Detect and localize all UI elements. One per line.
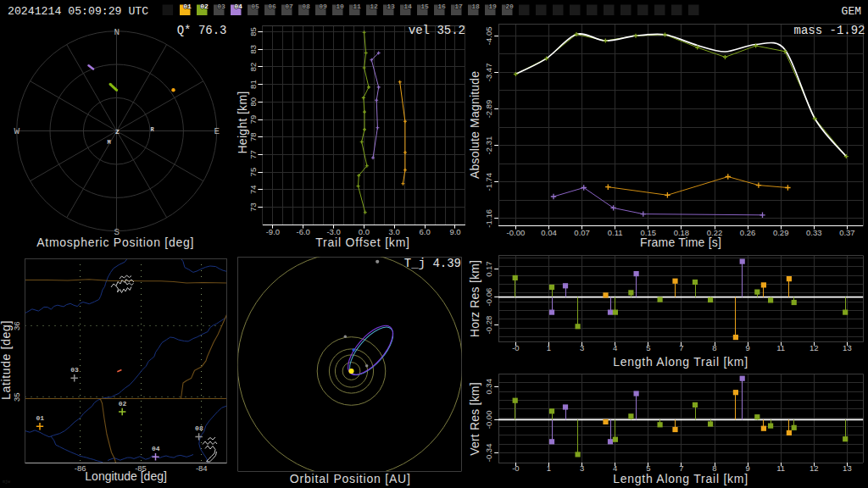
- svg-text:35: 35: [12, 393, 21, 402]
- svg-text:3: 3: [580, 343, 584, 352]
- svg-text:80: 80: [248, 97, 258, 107]
- svg-text:-2.89: -2.89: [484, 100, 493, 119]
- svg-text:0.04: 0.04: [541, 228, 557, 237]
- svg-text:-0.34: -0.34: [484, 444, 493, 463]
- svg-text:GEM: GEM: [842, 5, 861, 18]
- svg-text:1: 1: [547, 343, 551, 352]
- svg-text:Length Along Trail [km]: Length Along Trail [km]: [613, 355, 748, 369]
- svg-text:09: 09: [319, 3, 327, 10]
- svg-text:0.34: 0.34: [484, 379, 493, 395]
- svg-text:03: 03: [70, 366, 79, 374]
- svg-text:20: 20: [505, 3, 514, 10]
- svg-text:0.11: 0.11: [608, 228, 623, 237]
- svg-text:0.29: 0.29: [773, 228, 789, 237]
- svg-text:19: 19: [488, 3, 497, 10]
- svg-text:85: 85: [248, 27, 258, 36]
- svg-text:7: 7: [679, 343, 683, 352]
- svg-text:mjw: mjw: [3, 480, 10, 485]
- svg-text:Orbital Position [AU]: Orbital Position [AU]: [290, 472, 411, 485]
- svg-text:0.07: 0.07: [574, 228, 590, 237]
- svg-text:02: 02: [119, 400, 127, 408]
- svg-text:04: 04: [234, 3, 242, 10]
- svg-text:1: 1: [547, 463, 551, 473]
- svg-text:E: E: [214, 126, 220, 136]
- svg-text:Latitude [deg]: Latitude [deg]: [0, 320, 13, 400]
- svg-text:07: 07: [285, 3, 293, 10]
- svg-text:M: M: [107, 139, 110, 146]
- svg-text:-1.16: -1.16: [484, 209, 493, 228]
- svg-text:9.0: 9.0: [449, 227, 460, 236]
- svg-text:04: 04: [152, 445, 160, 452]
- svg-text:8: 8: [712, 343, 716, 352]
- svg-text:T_j 4.39: T_j 4.39: [404, 257, 461, 270]
- svg-text:Height [km]: Height [km]: [236, 91, 249, 153]
- svg-text:Frame Time [s]: Frame Time [s]: [640, 236, 721, 249]
- svg-text:Vert Res [km]: Vert Res [km]: [468, 382, 481, 456]
- svg-text:18: 18: [471, 3, 480, 10]
- svg-text:02: 02: [200, 3, 209, 10]
- svg-text:10: 10: [336, 3, 344, 10]
- svg-text:Length Along Trail [km]: Length Along Trail [km]: [613, 472, 748, 485]
- svg-text:Q* 76.3: Q* 76.3: [177, 24, 227, 37]
- svg-text:75: 75: [248, 168, 258, 177]
- svg-text:20241214 05:09:29 UTC: 20241214 05:09:29 UTC: [8, 5, 148, 18]
- svg-text:0.26: 0.26: [740, 228, 756, 237]
- svg-text:13: 13: [843, 343, 852, 352]
- svg-text:16: 16: [437, 3, 446, 10]
- svg-text:N: N: [114, 27, 120, 37]
- svg-text:vel 35.2: vel 35.2: [409, 24, 465, 37]
- svg-text:-0.28: -0.28: [484, 316, 493, 335]
- svg-text:-9.0: -9.0: [266, 227, 280, 236]
- svg-text:-0: -0: [512, 463, 519, 473]
- svg-text:0.17: 0.17: [484, 261, 493, 277]
- svg-text:14: 14: [403, 3, 412, 10]
- svg-text:13: 13: [843, 463, 852, 473]
- svg-text:78: 78: [248, 132, 258, 141]
- svg-text:03: 03: [217, 3, 225, 10]
- svg-text:17: 17: [454, 3, 463, 10]
- svg-text:Horz Res [km]: Horz Res [km]: [468, 260, 481, 337]
- svg-text:6.0: 6.0: [419, 227, 430, 236]
- svg-text:-84: -84: [196, 463, 208, 473]
- svg-text:06: 06: [268, 3, 276, 10]
- svg-text:-2.31: -2.31: [484, 136, 493, 155]
- svg-text:83: 83: [248, 45, 258, 54]
- svg-text:08: 08: [302, 3, 310, 10]
- svg-text:-0: -0: [512, 343, 519, 352]
- svg-text:-6.0: -6.0: [297, 227, 310, 236]
- svg-text:0.33: 0.33: [806, 228, 822, 237]
- svg-text:9: 9: [745, 343, 749, 352]
- svg-text:mass -1.92: mass -1.92: [793, 24, 865, 37]
- svg-text:W: W: [14, 126, 19, 136]
- svg-text:01: 01: [183, 3, 192, 10]
- svg-text:4: 4: [613, 343, 617, 352]
- svg-text:-1.74: -1.74: [484, 173, 493, 191]
- svg-text:-4.05: -4.05: [484, 26, 493, 45]
- svg-text:Z: Z: [115, 128, 120, 136]
- svg-text:08: 08: [195, 424, 203, 432]
- svg-text:Trail Offset [km]: Trail Offset [km]: [315, 236, 410, 249]
- svg-text:77: 77: [248, 150, 258, 159]
- svg-text:5: 5: [646, 343, 650, 352]
- svg-text:11: 11: [776, 343, 785, 352]
- svg-text:-3.47: -3.47: [484, 64, 493, 82]
- svg-text:11: 11: [776, 463, 785, 473]
- svg-text:01: 01: [36, 414, 45, 422]
- svg-text:79: 79: [248, 115, 258, 125]
- svg-text:-0.00: -0.00: [484, 411, 493, 430]
- svg-text:12: 12: [810, 343, 819, 352]
- svg-text:05: 05: [251, 3, 259, 10]
- svg-text:11: 11: [353, 3, 361, 10]
- svg-text:15: 15: [420, 3, 429, 10]
- svg-text:-0.00: -0.00: [507, 228, 526, 237]
- svg-text:Atmospheric Position [deg]: Atmospheric Position [deg]: [36, 236, 194, 249]
- svg-text:74: 74: [248, 186, 258, 195]
- svg-text:36: 36: [12, 322, 21, 331]
- svg-text:82: 82: [248, 63, 258, 72]
- svg-text:12: 12: [370, 3, 378, 10]
- svg-text:12: 12: [810, 463, 819, 473]
- svg-text:81: 81: [248, 80, 258, 89]
- svg-text:73: 73: [248, 202, 258, 212]
- svg-text:-0.06: -0.06: [484, 288, 493, 307]
- svg-text:Longitude [deg]: Longitude [deg]: [85, 469, 167, 483]
